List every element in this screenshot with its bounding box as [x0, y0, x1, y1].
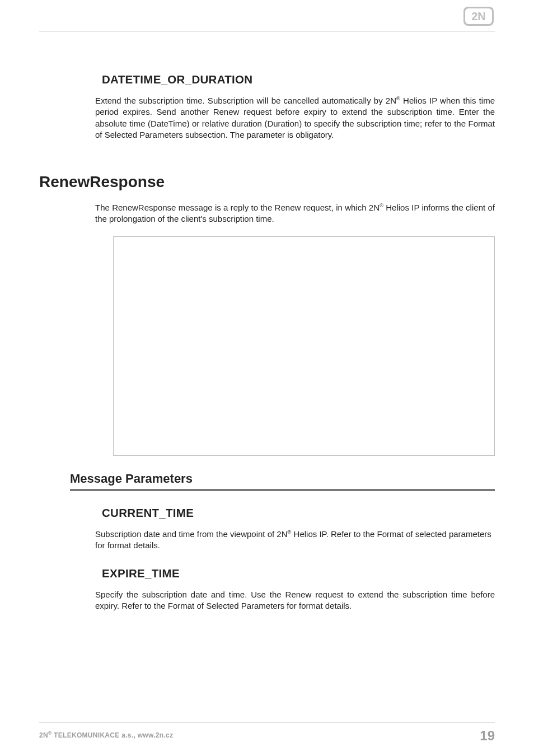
document-page: 2N DATETIME_OR_DURATION Extend the subsc…: [0, 0, 534, 756]
text-span: Extend the subscription time. Subscripti…: [95, 96, 396, 105]
paragraph-expire-time: Specify the subscription date and time. …: [95, 589, 495, 612]
paragraph-current-time: Subscription date and time from the view…: [95, 529, 495, 552]
text-span: TELEKOMUNIKACE a.s., www.2n.cz: [51, 731, 173, 739]
header-divider: [39, 31, 495, 31]
heading-message-parameters: Message Parameters: [70, 472, 495, 491]
heading-current-time: CURRENT_TIME: [102, 506, 495, 520]
brand-logo: 2N: [463, 7, 494, 26]
code-placeholder-box: [113, 236, 495, 456]
paragraph-renewresponse-intro: The RenewResponse message is a reply to …: [95, 202, 495, 225]
heading-expire-time: EXPIRE_TIME: [102, 567, 495, 580]
svg-text:2N: 2N: [471, 10, 486, 22]
footer-company: 2N® TELEKOMUNIKACE a.s., www.2n.cz: [39, 730, 173, 739]
text-span: The RenewResponse message is a reply to …: [95, 203, 380, 212]
registered-mark: ®: [396, 96, 400, 101]
page-content: DATETIME_OR_DURATION Extend the subscrip…: [39, 73, 495, 623]
text-span: 2N: [39, 731, 48, 739]
paragraph-datetime-or-duration: Extend the subscription time. Subscripti…: [95, 95, 495, 141]
text-span: Subscription date and time from the view…: [95, 529, 288, 539]
registered-mark: ®: [380, 203, 383, 208]
page-number: 19: [480, 728, 495, 744]
footer-divider: [39, 722, 495, 722]
heading-datetime-or-duration: DATETIME_OR_DURATION: [102, 73, 495, 86]
heading-renewresponse: RenewResponse: [39, 173, 495, 191]
